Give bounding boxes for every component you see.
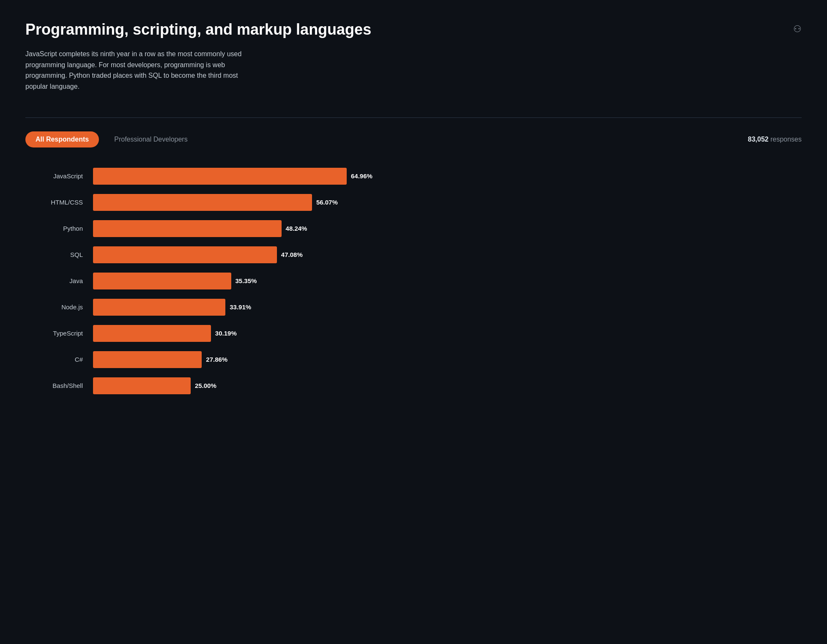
bar-percentage: 35.35% <box>236 277 257 284</box>
bar-percentage: 30.19% <box>215 330 237 337</box>
section-divider <box>25 117 802 118</box>
chart-container: JavaScript64.96%HTML/CSS56.07%Python48.2… <box>25 168 802 394</box>
bar-row: JavaScript64.96% <box>34 168 793 185</box>
tab-all-respondents[interactable]: All Respondents <box>25 131 99 147</box>
bar-fill <box>93 377 191 394</box>
bar-track: 27.86% <box>93 351 389 368</box>
bar-track: 56.07% <box>93 194 389 211</box>
bar-track: 25.00% <box>93 377 389 394</box>
tab-bar: All Respondents Professional Developers … <box>25 131 802 147</box>
bar-fill <box>93 351 202 368</box>
bar-percentage: 56.07% <box>316 199 338 206</box>
bar-label: Bash/Shell <box>34 382 93 389</box>
bar-percentage: 47.08% <box>281 251 303 258</box>
bar-label: JavaScript <box>34 172 93 180</box>
bar-label: C# <box>34 356 93 363</box>
bar-row: Python48.24% <box>34 220 793 237</box>
bar-row: HTML/CSS56.07% <box>34 194 793 211</box>
bar-track: 30.19% <box>93 325 389 342</box>
page-title: Programming, scripting, and markup langu… <box>25 20 371 38</box>
bar-percentage: 48.24% <box>286 225 307 232</box>
link-icon[interactable]: ⚇ <box>793 24 802 35</box>
bar-percentage: 64.96% <box>351 172 372 180</box>
bar-percentage: 33.91% <box>230 303 251 311</box>
responses-count: 83,052 responses <box>748 136 802 143</box>
bar-label: TypeScript <box>34 330 93 337</box>
bar-row: SQL47.08% <box>34 246 793 263</box>
bar-label: HTML/CSS <box>34 199 93 206</box>
bar-fill <box>93 246 277 263</box>
bar-row: Bash/Shell25.00% <box>34 377 793 394</box>
bar-fill <box>93 194 312 211</box>
bar-track: 64.96% <box>93 168 389 185</box>
bar-track: 47.08% <box>93 246 389 263</box>
bar-fill <box>93 325 211 342</box>
bar-track: 48.24% <box>93 220 389 237</box>
bar-track: 33.91% <box>93 299 389 316</box>
bar-fill <box>93 220 282 237</box>
bar-row: Node.js33.91% <box>34 299 793 316</box>
bar-row: C#27.86% <box>34 351 793 368</box>
bar-row: Java35.35% <box>34 273 793 289</box>
bar-label: Python <box>34 225 93 232</box>
bar-percentage: 27.86% <box>206 356 227 363</box>
bar-row: TypeScript30.19% <box>34 325 793 342</box>
bar-fill <box>93 168 347 185</box>
bar-fill <box>93 299 225 316</box>
bar-fill <box>93 273 231 289</box>
bar-label: SQL <box>34 251 93 258</box>
bar-percentage: 25.00% <box>195 382 216 389</box>
bar-label: Java <box>34 277 93 284</box>
tab-professional-developers[interactable]: Professional Developers <box>109 131 192 147</box>
bar-track: 35.35% <box>93 273 389 289</box>
bar-label: Node.js <box>34 303 93 311</box>
page-description: JavaScript completes its ninth year in a… <box>25 49 245 92</box>
